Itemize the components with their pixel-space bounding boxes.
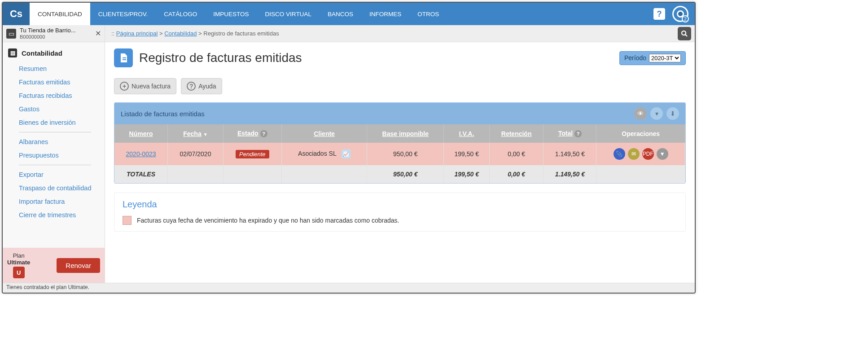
col-total[interactable]: Total? [544,124,596,143]
document-icon: ▤ [8,48,17,57]
breadcrumb-prefix: :: [111,30,116,37]
help-circle-icon[interactable]: ? [574,130,582,137]
sidebar-item-facturas-emitidas[interactable]: Facturas emitidas [3,75,105,89]
legend-panel: Leyenda Facturas cuya fecha de vencimien… [114,193,686,232]
nav-informes[interactable]: INFORMES [361,3,409,25]
cell-base: 950,00 € [367,143,444,165]
download-icon[interactable]: ⬇ [666,107,679,120]
legend-title: Leyenda [123,199,677,210]
renew-button[interactable]: Renovar [57,258,100,273]
page-title: Registro de facturas emitidas [139,51,619,65]
pdf-icon[interactable]: PDF [642,148,654,160]
svg-line-1 [685,34,687,36]
nav-bancos[interactable]: BANCOS [320,3,361,25]
plan-label: Plan [7,252,30,259]
col-operaciones: Operaciones [596,124,685,143]
col-fecha[interactable]: Fecha▼ [168,124,224,143]
notification-count: 2 [682,15,689,22]
cell-cliente: Asociados SL 📈 [281,143,367,165]
period-selector[interactable]: Período 2020-3T [619,51,686,65]
status-bar: Tienes contratado el plan Ultimate. [3,283,695,293]
svg-point-0 [682,31,686,35]
invoice-table: Número Fecha▼ Estado? Cliente Base impon… [114,124,685,183]
plan-badge: U [13,267,25,278]
cell-fecha: 02/07/2020 [168,143,224,165]
totals-total: 1.149,50 € [544,165,596,183]
sidebar-item-facturas-recibidas[interactable]: Facturas recibidas [3,89,105,102]
invoice-row: 2020-0023 02/07/2020 Pendiente Asociados… [114,143,685,165]
panel-header: Listado de facturas emitidas 👁 ▾ ⬇ [114,103,685,124]
cell-total: 1.149,50 € [544,143,596,165]
cell-iva: 199,50 € [444,143,490,165]
page-icon [114,48,133,67]
help-circle-icon[interactable]: ? [260,130,267,137]
panel-title: Listado de facturas emitidas [121,110,205,118]
sidebar-item-traspaso[interactable]: Traspaso de contabilidad [3,181,105,195]
app-logo[interactable]: Cs [3,3,30,25]
sidebar-item-importar-factura[interactable]: Importar factura [3,195,105,208]
attach-icon[interactable]: 📎 [614,148,625,160]
filter-icon[interactable]: ▾ [650,107,663,120]
page-header: Registro de facturas emitidas Período 20… [114,48,686,67]
totals-iva: 199,50 € [444,165,490,183]
breadcrumb-section[interactable]: Contabilidad [164,30,197,37]
col-iva[interactable]: I.V.A. [444,124,490,143]
sidebar-item-albaranes[interactable]: Albaranes [3,135,105,149]
more-icon[interactable]: ▼ [657,148,668,160]
totals-base: 950,00 € [367,165,444,183]
period-select[interactable]: 2020-3T [649,54,681,62]
top-nav: Cs CONTABILIDAD CLIENTES/PROV. CATÁLOGO … [3,3,695,25]
totals-label: TOTALES [114,165,168,183]
nav-impuestos[interactable]: IMPUESTOS [205,3,257,25]
content: Registro de facturas emitidas Período 20… [105,42,695,283]
nav-contabilidad[interactable]: CONTABILIDAD [30,3,90,25]
search-icon [680,30,688,38]
sidebar-item-gastos[interactable]: Gastos [3,102,105,116]
help-button[interactable]: ? Ayuda [181,78,222,94]
sidebar-item-cierre-trimestres[interactable]: Cierre de trimestres [3,208,105,222]
toolbar: + Nueva factura ? Ayuda [114,78,686,94]
col-base[interactable]: Base imponible [367,124,444,143]
col-estado[interactable]: Estado? [223,124,281,143]
breadcrumb-current: Registro de facturas emitidas [203,30,279,37]
user-avatar[interactable]: 2 [672,6,688,22]
totals-row: TOTALES 950,00 € 199,50 € 0,00 € 1.149,5… [114,165,685,183]
totals-retencion: 0,00 € [489,165,543,183]
cell-retencion: 0,00 € [489,143,543,165]
col-cliente[interactable]: Cliente [281,124,367,143]
switch-company-icon[interactable]: ✕ [95,29,101,38]
breadcrumb-home[interactable]: Página principal [116,30,158,37]
sidebar-item-exportar[interactable]: Exportar [3,168,105,181]
invoice-panel: Listado de facturas emitidas 👁 ▾ ⬇ Númer… [114,102,686,184]
nav-otros[interactable]: OTROS [409,3,447,25]
col-numero[interactable]: Número [114,124,168,143]
status-badge: Pendiente [236,150,269,158]
company-icon: ▭ [6,29,16,39]
send-icon[interactable]: ✉ [628,148,640,160]
help-icon[interactable]: ? [653,8,665,20]
col-retencion[interactable]: Retención [489,124,543,143]
sidebar-item-resumen[interactable]: Resumen [3,62,105,75]
toggle-visibility-icon[interactable]: 👁 [634,107,647,120]
nav-clientes[interactable]: CLIENTES/PROV. [90,3,156,25]
new-invoice-button[interactable]: + Nueva factura [114,78,176,94]
nav-catalogo[interactable]: CATÁLOGO [156,3,205,25]
period-label: Período [624,54,646,61]
context-bar: ▭ Tu Tienda de Barrio... B00000000 ✕ :: … [3,25,695,42]
company-code: B00000000 [20,34,95,39]
invoice-number-link[interactable]: 2020-0023 [126,150,156,158]
sidebar-title: ▤ Contabilidad [3,42,105,62]
breadcrumb: :: Página principal > Contabilidad > Reg… [105,30,678,37]
client-stats-icon[interactable]: 📈 [342,149,351,158]
legend-swatch-expired [123,216,132,225]
sidebar-item-presupuestos[interactable]: Presupuestos [3,149,105,162]
sort-desc-icon: ▼ [203,132,208,137]
plan-name: Ultimate [7,259,30,266]
sidebar-item-bienes-inversion[interactable]: Bienes de inversión [3,116,105,129]
legend-text: Facturas cuya fecha de vencimiento ha ex… [137,217,399,224]
plus-icon: + [120,82,129,91]
nav-disco-virtual[interactable]: DISCO VIRTUAL [257,3,320,25]
company-selector[interactable]: ▭ Tu Tienda de Barrio... B00000000 ✕ [3,25,105,42]
search-button[interactable] [678,27,691,40]
plan-box: Plan Ultimate U Renovar [3,248,105,283]
